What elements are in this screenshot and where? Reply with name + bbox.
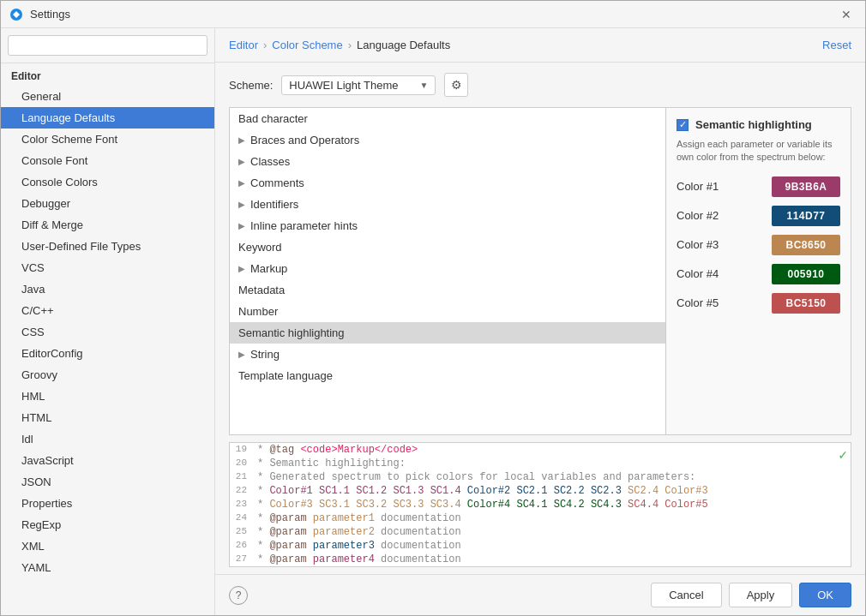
properties-panel: ✓ Semantic highlighting Assign each para… [666, 107, 851, 435]
semantic-title: Semantic highlighting [695, 118, 812, 131]
sidebar-item-java[interactable]: Java [1, 278, 214, 300]
sidebar-item-json[interactable]: JSON [1, 471, 214, 493]
chevron-down-icon: ▼ [419, 81, 428, 90]
breadcrumb-editor[interactable]: Editor [229, 39, 258, 51]
list-panel: Bad character ▶ Braces and Operators ▶ C… [229, 107, 666, 435]
sidebar-item-diff-merge[interactable]: Diff & Merge [1, 214, 214, 236]
scheme-select[interactable]: HUAWEI Light Theme ▼ [281, 75, 436, 95]
help-button[interactable]: ? [229, 586, 248, 605]
line-number: 19 [230, 444, 254, 456]
sidebar-item-yaml[interactable]: YAML [1, 557, 214, 578]
item-label: Braces and Operators [250, 134, 359, 147]
expand-icon: ▶ [238, 200, 245, 209]
color-5-swatch[interactable]: BC5150 [772, 293, 840, 314]
scheme-row: Scheme: HUAWEI Light Theme ▼ ⚙ [229, 73, 851, 97]
expand-icon: ▶ [238, 178, 245, 188]
line-content: * Generated spectrum to pick colors for … [254, 471, 851, 483]
sidebar-item-editorconfig[interactable]: EditorConfig [1, 343, 214, 364]
sidebar-item-xml[interactable]: XML [1, 535, 214, 557]
sidebar-item-groovy[interactable]: Groovy [1, 364, 214, 386]
color-row-4: Color #4 005910 [677, 264, 840, 284]
sidebar: Editor General Language Defaults Color S… [1, 28, 215, 615]
close-button[interactable]: ✕ [836, 4, 857, 25]
color-2-label: Color #2 [677, 209, 719, 222]
question-mark-icon: ? [236, 589, 242, 601]
sidebar-item-cpp[interactable]: C/C++ [1, 300, 214, 321]
list-item-markup[interactable]: ▶ Markup [230, 258, 665, 279]
search-input[interactable] [8, 35, 207, 56]
line-content: * Semantic highlighting: [254, 458, 851, 469]
preview-line-23: 23 * Color#3 SC3.1 SC3.2 SC3.3 SC3.4 Col… [230, 498, 851, 511]
sidebar-item-user-defined-file-types[interactable]: User-Defined File Types [1, 236, 214, 257]
window-title: Settings [30, 8, 836, 21]
sidebar-item-language-defaults[interactable]: Language Defaults [1, 107, 214, 129]
color-3-swatch[interactable]: BC8650 [772, 235, 840, 255]
sidebar-item-console-font[interactable]: Console Font [1, 150, 214, 171]
preview-area: ✓ 19 * @tag <code>Markup</code> 20 * Sem… [229, 442, 851, 567]
color-1-swatch[interactable]: 9B3B6A [772, 176, 840, 197]
item-label: Markup [250, 262, 287, 275]
line-number: 21 [230, 471, 254, 483]
scheme-value: HUAWEI Light Theme [289, 79, 398, 92]
cancel-button[interactable]: Cancel [651, 583, 721, 607]
list-item-metadata[interactable]: Metadata [230, 279, 665, 301]
sidebar-item-javascript[interactable]: JavaScript [1, 450, 214, 471]
list-item-keyword[interactable]: Keyword [230, 236, 665, 258]
breadcrumb-color-scheme[interactable]: Color Scheme [272, 39, 342, 51]
color-row-1: Color #1 9B3B6A [677, 176, 840, 197]
panels-container: Bad character ▶ Braces and Operators ▶ C… [229, 107, 851, 435]
list-item-template-language[interactable]: Template language [230, 365, 665, 386]
apply-button[interactable]: Apply [729, 583, 793, 607]
color-row-3: Color #3 BC8650 [677, 235, 840, 255]
semantic-checkbox[interactable]: ✓ [677, 119, 689, 131]
list-item-comments[interactable]: ▶ Comments [230, 172, 665, 194]
color-5-label: Color #5 [677, 296, 719, 309]
sidebar-item-html[interactable]: HTML [1, 407, 214, 428]
line-number: 24 [230, 512, 254, 524]
list-item-number[interactable]: Number [230, 301, 665, 322]
sidebar-item-console-colors[interactable]: Console Colors [1, 171, 214, 193]
line-content: * @param parameter1 documentation [254, 512, 851, 524]
line-number: 22 [230, 485, 254, 497]
reset-link[interactable]: Reset [822, 39, 851, 51]
sidebar-item-hml[interactable]: HML [1, 386, 214, 407]
list-item-bad-character[interactable]: Bad character [230, 108, 665, 129]
sidebar-item-general[interactable]: General [1, 86, 214, 107]
settings-gear-button[interactable]: ⚙ [444, 73, 468, 97]
list-item-classes[interactable]: ▶ Classes [230, 151, 665, 172]
preview-line-19: 19 * @tag <code>Markup</code> [230, 443, 851, 457]
item-label: Bad character [238, 112, 308, 125]
check-icon: ✓ [679, 119, 687, 130]
item-label: Semantic highlighting [238, 326, 345, 339]
list-item-inline-hints[interactable]: ▶ Inline parameter hints [230, 215, 665, 236]
color-4-swatch[interactable]: 005910 [772, 264, 840, 284]
gear-icon: ⚙ [451, 78, 462, 92]
color-3-label: Color #3 [677, 238, 719, 251]
breadcrumb-sep-1: › [263, 39, 267, 51]
line-number: 23 [230, 499, 254, 511]
list-item-braces-operators[interactable]: ▶ Braces and Operators [230, 129, 665, 151]
sidebar-item-debugger[interactable]: Debugger [1, 193, 214, 214]
sidebar-item-idl[interactable]: Idl [1, 428, 214, 450]
sidebar-item-color-scheme-font[interactable]: Color Scheme Font [1, 129, 214, 150]
breadcrumb: Editor › Color Scheme › Language Default… [229, 39, 450, 51]
settings-area: Scheme: HUAWEI Light Theme ▼ ⚙ Bad chara… [215, 63, 865, 574]
item-label: Keyword [238, 241, 282, 254]
sidebar-item-properties[interactable]: Properties [1, 493, 214, 514]
preview-scroll[interactable]: 19 * @tag <code>Markup</code> 20 * Seman… [230, 443, 851, 566]
ok-button[interactable]: OK [799, 583, 851, 607]
list-item-identifiers[interactable]: ▶ Identifiers [230, 194, 665, 215]
list-item-string[interactable]: ▶ String [230, 344, 665, 365]
sidebar-item-css[interactable]: CSS [1, 321, 214, 343]
color-row-5: Color #5 BC5150 [677, 293, 840, 314]
line-number: 26 [230, 540, 254, 552]
color-2-swatch[interactable]: 114D77 [772, 206, 840, 226]
scheme-label: Scheme: [229, 79, 273, 92]
list-item-semantic-highlighting[interactable]: Semantic highlighting [230, 322, 665, 344]
expand-icon: ▶ [238, 135, 245, 145]
sidebar-items: General Language Defaults Color Scheme F… [1, 86, 214, 615]
sidebar-item-vcs[interactable]: VCS [1, 257, 214, 278]
line-content: * Color#3 SC3.1 SC3.2 SC3.3 SC3.4 Color#… [254, 499, 851, 511]
expand-icon: ▶ [238, 264, 245, 273]
sidebar-item-regexp[interactable]: RegExp [1, 514, 214, 535]
